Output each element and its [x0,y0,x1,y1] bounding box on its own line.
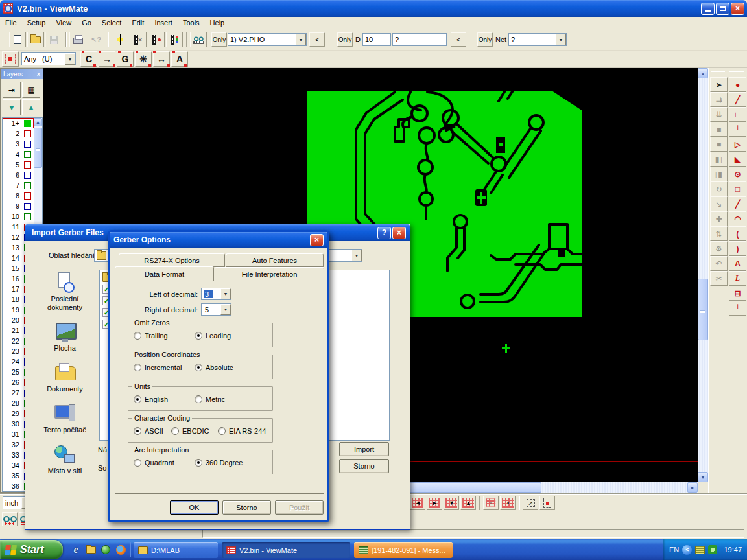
menu-item[interactable]: Tools [178,18,205,28]
draw-tool-button[interactable]: ┘ [729,122,746,137]
view-all-button[interactable] [2,512,18,526]
layer-film-button[interactable]: ▦ [22,82,40,98]
layer-color-swatch[interactable] [24,213,31,220]
grid-frame-button[interactable]: ▪ [500,496,516,510]
gerber-dialog-titlebar[interactable]: Gerber Options × [110,232,327,248]
draw-tool-button[interactable]: ( [729,226,746,241]
layer-color-swatch[interactable] [24,151,31,158]
places-item[interactable]: Dokumenty [33,362,97,393]
any-filter-combo[interactable]: Any (U) ▼ [21,52,76,65]
print-button[interactable] [69,32,86,47]
draw-tool-button[interactable]: ╱ [729,196,746,211]
import-button[interactable]: Import [339,442,389,456]
edit-tool-button[interactable]: ↘ [710,196,728,211]
radio-absolute[interactable]: Absolute [195,364,233,371]
chevron-down-icon[interactable]: ▼ [351,250,362,261]
layer-color-swatch[interactable] [24,161,31,169]
task-button[interactable]: V2.bin - ViewMate [222,542,350,558]
chevron-down-icon[interactable]: ▼ [296,34,306,45]
layer-color-swatch[interactable] [24,120,31,127]
draw-tool-button[interactable]: ∟ [729,107,746,122]
radio-ebcdic[interactable]: EBCDIC [171,427,209,435]
layer-row[interactable]: 10 [3,211,34,222]
tray-clipboard-icon[interactable] [695,546,705,554]
language-indicator[interactable]: EN [669,546,679,554]
draw-tool-button[interactable]: ┘ [729,301,746,316]
layer-color-swatch[interactable] [24,141,31,148]
chevron-down-icon[interactable]: ▼ [65,53,75,65]
vertical-scroll-thumb[interactable] [698,279,708,340]
chevron-down-icon[interactable]: ▼ [220,288,231,299]
menu-item[interactable]: Help [205,18,230,28]
layers-scroll-up[interactable]: ▲ [34,118,42,126]
menu-item[interactable]: Go [77,18,97,28]
quicklaunch-firefox[interactable] [115,544,126,555]
layer-color-swatch[interactable] [24,192,31,200]
tab-rs274x[interactable]: RS274-X Options [119,253,225,267]
palette-grip[interactable] [711,71,725,73]
edit-tool-button[interactable]: ↻ [710,181,728,196]
prev-layer-button[interactable]: < [309,32,325,47]
edit-tool-button[interactable]: ↶ [710,256,728,271]
draw-tool-button[interactable]: □ [729,181,746,196]
draw-tool-button[interactable]: ◠ [729,211,746,226]
edit-tool-button[interactable]: ◧ [710,152,728,167]
pan-button[interactable]: ► [427,496,442,510]
chevron-down-icon[interactable]: ▼ [556,34,566,45]
net-combo[interactable]: ? ▼ [508,33,567,46]
film-colors-button[interactable] [166,32,183,47]
tab-data-format[interactable]: Data Format [115,266,214,281]
minimize-button[interactable] [701,3,715,15]
draw-tool-button[interactable]: ▷ [729,137,746,152]
measure-distance-button[interactable]: ↗ [523,496,538,510]
select-mode-button[interactable] [2,51,19,67]
edit-tool-button[interactable]: ⇊ [710,107,728,122]
layer-row[interactable]: 8 [3,191,34,201]
layer-down-button[interactable]: ▼ [3,99,21,115]
grid-small-button[interactable]: ▫ [483,496,499,510]
film-marker-button[interactable] [148,32,165,47]
object-type-button[interactable]: C [80,51,97,67]
menu-item[interactable]: View [51,18,77,28]
edit-tool-button[interactable]: ⚙ [710,241,728,256]
menu-item[interactable]: Setup [22,18,51,28]
task-button[interactable]: D:\MLAB [134,542,218,558]
places-item[interactable]: Tento počítač [33,403,97,434]
apply-button[interactable]: Použít [275,500,324,515]
import-cancel-button[interactable]: Storno [339,459,389,473]
radio-ascii[interactable]: ASCII [134,427,163,435]
layer-color-swatch[interactable] [24,172,31,179]
layer-up-button[interactable]: ▲ [22,99,40,115]
layer-row[interactable]: 7 [3,180,34,191]
layer-row[interactable]: 4 [3,149,34,159]
pan-button[interactable]: ▼ [444,496,459,510]
chevron-down-icon[interactable]: ▼ [220,304,231,315]
toolbar-grip[interactable] [5,32,6,47]
scroll-down-button[interactable]: ▼ [698,472,708,482]
cancel-button[interactable]: Storno [222,500,271,515]
draw-tool-button[interactable]: ⊟ [729,286,746,301]
object-type-button[interactable]: ✳ [135,51,152,67]
close-button[interactable]: × [731,3,744,15]
layers-panel-titlebar[interactable]: Layers x [1,69,43,79]
inspect-measure-button[interactable] [190,32,207,47]
pan-button[interactable]: ▲ [460,496,476,510]
radio-trailing[interactable]: Trailing [134,332,168,340]
radio-360-degree[interactable]: 360 Degree [195,459,243,467]
quicklaunch-messenger[interactable] [100,544,112,555]
new-button[interactable] [9,32,26,47]
tab-auto-features[interactable]: Auto Features [226,253,324,267]
draw-tool-button[interactable]: ◣ [729,152,746,167]
highlight-button[interactable] [112,32,128,47]
edit-tool-button[interactable]: ■ [710,137,728,152]
layer-row[interactable]: 1+ [3,118,34,128]
layer-combo[interactable]: 1) V2.PHO ▼ [228,33,307,46]
edit-tool-button[interactable]: ✚ [710,211,728,226]
save-button[interactable] [45,32,62,47]
ok-button[interactable]: OK [170,500,219,515]
menu-item[interactable]: File [0,18,22,28]
right-of-decimal-combo[interactable]: 5 ▼ [201,303,231,316]
radio-quadrant[interactable]: Quadrant [134,459,174,467]
dialog-help-button[interactable]: ? [377,227,391,239]
layers-scroll-thumb[interactable] [34,128,42,168]
